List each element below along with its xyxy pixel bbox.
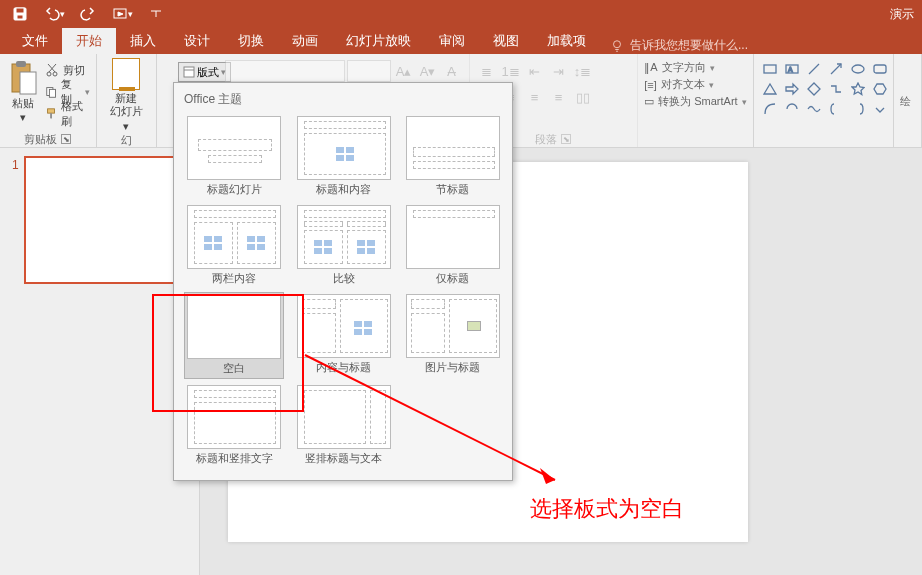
- svg-point-20: [852, 65, 864, 73]
- svg-rect-7: [20, 72, 36, 94]
- tab-review[interactable]: 审阅: [425, 28, 479, 54]
- clear-format-icon[interactable]: A̶: [441, 60, 463, 82]
- group-slides: 新建 幻灯片 ▾ 幻: [97, 54, 157, 147]
- shape-arrow-icon[interactable]: [826, 60, 846, 78]
- clipboard-group-label: 剪贴板: [24, 132, 57, 147]
- clipboard-launcher[interactable]: ⬊: [61, 134, 71, 144]
- text-direction-button[interactable]: ‖A文字方向▾: [644, 60, 746, 75]
- layout-item-two-content[interactable]: 两栏内容: [184, 203, 284, 288]
- svg-point-8: [47, 72, 51, 76]
- group-text-direction: ‖A文字方向▾ [≡]对齐文本▾ ▭转换为 SmartArt▾: [638, 54, 754, 147]
- new-slide-button[interactable]: 新建 幻灯片 ▾: [103, 58, 150, 134]
- slides-group-label: 幻: [121, 133, 132, 148]
- title-bar: ▾ ▾ 演示: [0, 0, 922, 28]
- tab-design[interactable]: 设计: [170, 28, 224, 54]
- layout-item-content-caption[interactable]: 内容与标题: [294, 292, 393, 379]
- save-button[interactable]: [4, 2, 36, 26]
- copy-icon: [45, 85, 57, 99]
- shape-curve-icon[interactable]: [760, 100, 780, 118]
- svg-point-4: [614, 40, 621, 47]
- layout-dropdown-header: Office 主题: [174, 83, 512, 112]
- layout-item-picture-caption[interactable]: 图片与标题: [403, 292, 502, 379]
- line-spacing-icon[interactable]: ↕≣: [572, 60, 594, 82]
- paste-label: 粘贴: [12, 96, 34, 111]
- tell-me-box[interactable]: 告诉我您想要做什么...: [610, 37, 748, 54]
- layout-item-comparison[interactable]: 比较: [294, 203, 393, 288]
- svg-rect-6: [16, 61, 26, 67]
- scissors-icon: [45, 63, 59, 77]
- shape-triangle-icon[interactable]: [760, 80, 780, 98]
- svg-text:A: A: [788, 66, 793, 73]
- columns-icon[interactable]: ▯▯: [572, 86, 594, 108]
- indent-dec-icon[interactable]: ⇤: [524, 60, 546, 82]
- svg-rect-15: [764, 65, 776, 73]
- paragraph-group-label: 段落: [535, 132, 557, 147]
- tab-view[interactable]: 视图: [479, 28, 533, 54]
- svg-line-19: [831, 64, 841, 74]
- svg-rect-11: [49, 89, 55, 97]
- undo-button[interactable]: ▾: [38, 2, 70, 26]
- svg-rect-12: [48, 109, 55, 113]
- tab-addins[interactable]: 加载项: [533, 28, 600, 54]
- decrease-font-icon[interactable]: A▾: [417, 60, 439, 82]
- layout-dropdown: Office 主题 标题幻灯片 标题和内容 节标题 两栏内容 比较 仅标题: [173, 82, 513, 481]
- layout-item-title-only[interactable]: 仅标题: [403, 203, 502, 288]
- svg-rect-21: [874, 65, 886, 73]
- shape-text-icon[interactable]: A: [782, 60, 802, 78]
- svg-rect-1: [16, 8, 24, 13]
- shape-bracket-icon[interactable]: [848, 100, 868, 118]
- indent-inc-icon[interactable]: ⇥: [548, 60, 570, 82]
- shape-brace-icon[interactable]: [826, 100, 846, 118]
- shape-line-icon[interactable]: [804, 60, 824, 78]
- shape-star-icon[interactable]: [848, 80, 868, 98]
- shape-rrect-icon[interactable]: [870, 60, 890, 78]
- tab-transitions[interactable]: 切换: [224, 28, 278, 54]
- shape-more-icon[interactable]: [870, 100, 890, 118]
- shape-rarrow-icon[interactable]: [782, 80, 802, 98]
- shape-wave-icon[interactable]: [804, 100, 824, 118]
- paste-icon: [8, 60, 38, 96]
- tab-home[interactable]: 开始: [62, 28, 116, 54]
- bullets-icon[interactable]: ≣: [476, 60, 498, 82]
- new-slide-label: 新建 幻灯片: [110, 92, 143, 118]
- layout-item-blank[interactable]: 空白: [184, 292, 284, 379]
- layout-icon: [183, 66, 195, 78]
- shape-connector-icon[interactable]: [826, 80, 846, 98]
- group-shapes: A: [754, 54, 894, 147]
- layout-item-vertical-title-text[interactable]: 竖排标题与文本: [294, 383, 393, 468]
- group-drawing: 绘: [894, 54, 922, 147]
- shape-arc-icon[interactable]: [782, 100, 802, 118]
- layout-item-title-slide[interactable]: 标题幻灯片: [184, 114, 284, 199]
- shape-diamond-icon[interactable]: [804, 80, 824, 98]
- align-text-button[interactable]: [≡]对齐文本▾: [644, 77, 746, 92]
- tab-animations[interactable]: 动画: [278, 28, 332, 54]
- title-text: 演示: [890, 6, 918, 23]
- slide-thumbnail-1[interactable]: [24, 156, 192, 284]
- format-painter-button[interactable]: 格式刷: [45, 104, 90, 124]
- justify-icon[interactable]: ≡: [548, 86, 570, 108]
- align-right-icon[interactable]: ≡: [524, 86, 546, 108]
- ribbon-tabs: 文件 开始 插入 设计 切换 动画 幻灯片放映 审阅 视图 加载项 告诉我您想要…: [0, 28, 922, 54]
- layout-item-title-vertical-text[interactable]: 标题和竖排文字: [184, 383, 284, 468]
- tab-file[interactable]: 文件: [8, 28, 62, 54]
- tab-insert[interactable]: 插入: [116, 28, 170, 54]
- shape-rect-icon[interactable]: [760, 60, 780, 78]
- convert-smartart-button[interactable]: ▭转换为 SmartArt▾: [644, 94, 746, 109]
- increase-font-icon[interactable]: A▴: [393, 60, 415, 82]
- tab-slideshow[interactable]: 幻灯片放映: [332, 28, 425, 54]
- numbering-icon[interactable]: 1≣: [500, 60, 522, 82]
- font-size-combo[interactable]: [347, 60, 391, 82]
- layout-item-section-header[interactable]: 节标题: [403, 114, 502, 199]
- start-from-beginning-button[interactable]: ▾: [106, 2, 138, 26]
- font-family-combo[interactable]: [225, 60, 345, 82]
- slide-number: 1: [12, 158, 19, 172]
- shape-hex-icon[interactable]: [870, 80, 890, 98]
- qat-customize[interactable]: [140, 2, 172, 26]
- slide-thumbnail-panel: 1: [0, 148, 200, 575]
- redo-button[interactable]: [72, 2, 104, 26]
- shapes-gallery[interactable]: A: [760, 60, 890, 118]
- shape-oval-icon[interactable]: [848, 60, 868, 78]
- paragraph-launcher[interactable]: ⬊: [561, 134, 571, 144]
- paste-button[interactable]: 粘贴 ▾: [6, 56, 41, 124]
- layout-item-title-content[interactable]: 标题和内容: [294, 114, 393, 199]
